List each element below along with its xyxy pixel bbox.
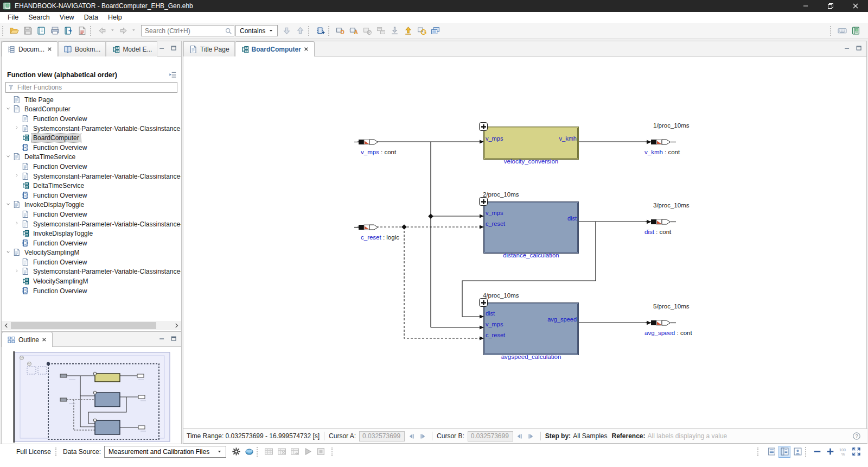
chevron-right-icon[interactable]	[14, 125, 21, 132]
close-button[interactable]	[843, 0, 868, 12]
function-block-avgspeed_calculation[interactable]	[483, 302, 579, 355]
calibration-grid-button[interactable]	[263, 446, 275, 458]
outline-minimap[interactable]	[2, 347, 181, 444]
help-handbook-button[interactable]	[850, 24, 862, 37]
tree-item[interactable]: InvokeDisplayToggle	[2, 229, 181, 238]
maximize-panel-button[interactable]	[170, 45, 178, 52]
tab-outline[interactable]: Outline	[2, 332, 53, 347]
tree-item[interactable]: Systemconstant-Parameter-Variable-Classi…	[2, 172, 181, 181]
keyboard-shortcuts-button[interactable]	[836, 24, 848, 37]
hide-values-button[interactable]	[361, 24, 374, 37]
menu-data[interactable]: Data	[79, 12, 103, 23]
back-history-dropdown[interactable]	[110, 24, 116, 37]
import-labels-button[interactable]	[388, 24, 401, 37]
expand-block-button[interactable]	[479, 197, 488, 206]
chevron-right-icon[interactable]	[14, 220, 21, 228]
close-tab-icon[interactable]	[304, 47, 309, 52]
cursor-b-input[interactable]	[468, 431, 513, 441]
tree-item[interactable]: BoardComputer	[2, 105, 181, 115]
cursor-b-step-back-button[interactable]	[515, 431, 525, 441]
tab-bookm[interactable]: Bookm...	[58, 41, 106, 56]
cursor-a-input[interactable]	[359, 431, 405, 441]
split-view-button[interactable]	[778, 446, 790, 458]
tree-item[interactable]: BoardComputer	[2, 133, 181, 143]
show-dec-values-button[interactable]: D	[334, 24, 347, 37]
presentation-view-button[interactable]	[792, 446, 803, 458]
record-button[interactable]	[315, 446, 327, 458]
tree-item[interactable]: VelocitySamplingM	[2, 276, 181, 286]
minimize-panel-button[interactable]	[158, 335, 166, 343]
function-block-velocity_conversion[interactable]	[483, 127, 579, 160]
zoom-out-button[interactable]	[811, 446, 823, 458]
minimize-panel-button[interactable]	[844, 45, 851, 52]
cursor-a-step-forward-button[interactable]	[418, 431, 427, 441]
fit-to-screen-button[interactable]	[850, 446, 862, 458]
input-connector-icon[interactable]	[354, 224, 380, 231]
maximize-panel-button[interactable]	[170, 335, 178, 343]
chevron-down-icon[interactable]	[5, 105, 12, 113]
scroll-left-button[interactable]	[2, 321, 11, 330]
minimize-panel-button[interactable]	[158, 45, 166, 52]
input-connector-icon[interactable]	[354, 138, 380, 146]
output-connector-icon[interactable]	[646, 319, 676, 326]
editor-tab-title-page[interactable]: Title Page	[183, 41, 235, 56]
tab-docum[interactable]: Docum...	[2, 41, 58, 56]
export-handbook-button[interactable]	[62, 24, 75, 37]
scrollbar-thumb[interactable]	[11, 322, 156, 329]
minimize-button[interactable]	[793, 0, 818, 12]
search-previous-button[interactable]	[294, 24, 307, 37]
scroll-right-button[interactable]	[172, 321, 181, 330]
tree-item[interactable]: Function Overview	[2, 286, 181, 296]
navigate-back-button[interactable]	[96, 24, 108, 37]
tree-item[interactable]: InvokeDisplayToggle	[2, 200, 181, 210]
data-source-lens-button[interactable]	[243, 446, 255, 458]
menu-view[interactable]: View	[55, 12, 79, 23]
search-next-button[interactable]	[280, 24, 293, 37]
chevron-right-icon[interactable]	[14, 173, 21, 180]
tree-item[interactable]: Function Overview	[2, 257, 181, 267]
chevron-down-icon[interactable]	[5, 249, 12, 256]
tree-item[interactable]: DeltaTimeService	[2, 153, 181, 162]
open-displays-button[interactable]	[375, 24, 387, 37]
open-handbook-button[interactable]	[35, 24, 48, 37]
tree-item[interactable]: Function Overview	[2, 238, 181, 248]
open-new-window-button[interactable]	[429, 24, 442, 37]
cursor-b-step-forward-button[interactable]	[526, 431, 536, 441]
save-button[interactable]	[22, 24, 34, 37]
tree-item[interactable]: Function Overview	[2, 210, 181, 219]
zoom-100-button[interactable]: 100%	[837, 446, 849, 458]
open-file-button[interactable]	[8, 24, 21, 37]
export-pdf-button[interactable]	[76, 24, 88, 37]
chevron-down-icon[interactable]	[5, 153, 12, 161]
tree-item[interactable]: Function Overview	[2, 143, 181, 153]
output-connector-icon[interactable]	[646, 138, 676, 146]
tree-item[interactable]: Function Overview	[2, 114, 181, 124]
tab-model-e[interactable]: Model E...	[106, 41, 157, 56]
cursor-a-step-back-button[interactable]	[406, 431, 416, 441]
data-source-dropdown[interactable]: Measurement and Calibration Files	[104, 446, 226, 458]
filter-functions-input[interactable]	[17, 84, 175, 91]
editor-tab-boardcomputer[interactable]: BoardComputer	[235, 41, 315, 56]
maximize-panel-button[interactable]	[856, 45, 863, 52]
reload-data-button[interactable]	[416, 24, 428, 37]
chevron-right-icon[interactable]	[14, 268, 21, 275]
view-menu-button[interactable]	[169, 71, 177, 79]
search-scope-dropdown[interactable]: Contains	[235, 25, 278, 36]
chevron-down-icon[interactable]	[5, 201, 12, 209]
add-instrument-button[interactable]	[314, 24, 327, 37]
restore-button[interactable]	[818, 0, 843, 12]
expand-block-button[interactable]	[479, 298, 488, 307]
output-connector-icon[interactable]	[646, 218, 676, 225]
close-tab-icon[interactable]	[47, 47, 53, 52]
menu-help[interactable]: Help	[103, 12, 127, 23]
tree-item[interactable]: DeltaTimeService	[2, 181, 181, 191]
navigate-forward-button[interactable]	[117, 24, 130, 37]
horizontal-scrollbar[interactable]	[2, 321, 181, 330]
start-measurement-button[interactable]	[302, 446, 314, 458]
experiment-grid-button[interactable]	[289, 446, 301, 458]
export-labels-button[interactable]	[402, 24, 414, 37]
forward-history-dropdown[interactable]	[131, 24, 137, 37]
tree-item[interactable]: Function Overview	[2, 162, 181, 172]
help-button[interactable]: ?	[852, 432, 861, 440]
print-button[interactable]	[49, 24, 61, 37]
